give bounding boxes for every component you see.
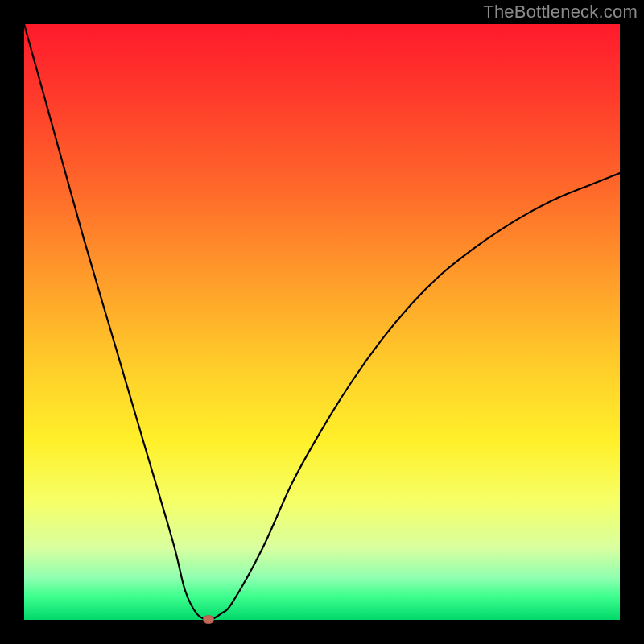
plot-area — [24, 24, 620, 620]
bottleneck-curve-path — [24, 24, 620, 620]
curve-svg — [24, 24, 620, 620]
optimal-point-marker — [203, 615, 214, 624]
watermark-text: TheBottleneck.com — [483, 2, 638, 23]
chart-frame: TheBottleneck.com — [0, 0, 644, 644]
